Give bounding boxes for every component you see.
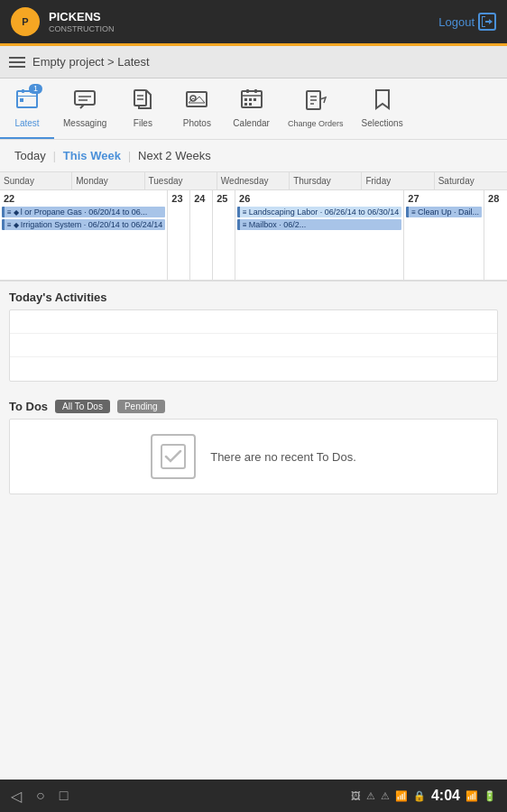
tab-messaging-label: Messaging <box>63 118 106 128</box>
svg-rect-3 <box>17 96 37 97</box>
cal-date-22: 22 <box>2 192 165 205</box>
cal-date-26: 26 <box>237 192 401 205</box>
breadcrumb-bar: Empty project > Latest <box>0 46 507 78</box>
cal-header-mon: Monday <box>72 172 144 189</box>
company-sub: CONSTRUCTION <box>49 24 115 33</box>
logout-button[interactable]: Logout <box>438 13 496 31</box>
activity-row <box>10 310 497 334</box>
period-this-week[interactable]: This Week <box>58 147 126 164</box>
menu-icon[interactable] <box>9 57 25 68</box>
svg-rect-21 <box>249 103 252 106</box>
logout-icon <box>478 13 496 31</box>
cal-cell-tue[interactable]: 24 <box>190 190 213 281</box>
cal-header-thu: Thursday <box>290 172 362 189</box>
change-orders-icon <box>304 88 327 115</box>
cal-event-mailbox[interactable]: ≡ Mailbox · 06/2... <box>237 219 401 230</box>
filter-pending[interactable]: Pending <box>117 400 165 413</box>
period-next-2-weeks[interactable]: Next 2 Weeks <box>133 147 217 164</box>
cal-cell-wed[interactable]: 25 <box>213 190 235 281</box>
company-name: PICKENS <box>49 10 115 24</box>
main-content: Today | This Week | Next 2 Weeks Sunday … <box>0 140 507 780</box>
nav-back[interactable]: ◁ <box>11 788 22 805</box>
tab-photos[interactable]: Photos <box>170 78 224 139</box>
warning-icon-1: ⚠ <box>366 790 375 802</box>
todos-header: To Dos All To Dos Pending <box>9 400 498 413</box>
svg-rect-18 <box>249 98 252 101</box>
lock-icon: 🔒 <box>413 790 426 802</box>
logo: P <box>11 7 40 36</box>
selections-icon <box>371 88 394 115</box>
todos-title: To Dos <box>9 400 48 413</box>
period-filter: Today | This Week | Next 2 Weeks <box>0 140 507 172</box>
tab-photos-label: Photos <box>183 118 211 128</box>
cal-cell-mon[interactable]: 23 <box>168 190 190 281</box>
wifi-icon: 📶 <box>466 790 478 802</box>
cal-date-28: 28 <box>486 192 505 205</box>
cal-date-23: 23 <box>170 192 188 205</box>
logo-initial: P <box>22 16 28 27</box>
svg-rect-8 <box>134 90 146 106</box>
calendar-body: 22 ≡ ◆ l or Propane Gas · 06/20/14 to 06… <box>0 190 507 281</box>
calendar-section: Sunday Monday Tuesday Wednesday Thursday… <box>0 172 507 281</box>
activities-title: Today's Activities <box>9 291 498 304</box>
svg-rect-5 <box>75 91 95 105</box>
cal-event-cleanup[interactable]: ≡ Clean Up · Dail... <box>406 207 482 217</box>
svg-rect-14 <box>246 89 249 93</box>
cal-date-25: 25 <box>215 192 233 205</box>
todos-section: To Dos All To Dos Pending There are no r… <box>0 391 507 503</box>
latest-icon: 1 <box>15 88 39 115</box>
todos-empty-text: There are no recent To Dos. <box>210 450 356 464</box>
period-today[interactable]: Today <box>9 147 51 164</box>
warning-icon-2: ⚠ <box>381 790 390 802</box>
tab-files[interactable]: Files <box>115 78 170 139</box>
company-info: PICKENS CONSTRUCTION <box>49 10 115 33</box>
svg-rect-4 <box>20 98 23 102</box>
activities-box <box>9 309 498 382</box>
svg-rect-17 <box>244 98 247 101</box>
clock: 4:04 <box>431 788 460 804</box>
tab-calendar[interactable]: Calendar <box>224 78 279 139</box>
tab-calendar-label: Calendar <box>233 118 270 128</box>
tab-change-orders-label: Change Orders <box>288 119 344 128</box>
nav-tabs: 1 Latest Messaging Files <box>0 78 507 140</box>
tab-selections-label: Selections <box>362 118 403 128</box>
screen-icon: 🖼 <box>351 790 361 801</box>
cal-date-24: 24 <box>192 192 210 205</box>
top-bar: P PICKENS CONSTRUCTION Logout <box>0 0 507 43</box>
cal-cell-sun[interactable]: 22 ≡ ◆ l or Propane Gas · 06/20/14 to 06… <box>0 190 168 281</box>
tab-messaging[interactable]: Messaging <box>54 78 115 139</box>
calendar-icon <box>240 88 263 115</box>
activities-section: Today's Activities <box>0 281 507 391</box>
svg-rect-20 <box>244 103 247 106</box>
cal-date-27: 27 <box>406 192 482 205</box>
cal-cell-thu[interactable]: 26 ≡ Landscaping Labor · 06/26/14 to 06/… <box>235 190 404 281</box>
cal-header-sat: Saturday <box>435 172 507 189</box>
todo-check-icon <box>151 434 196 479</box>
cal-event-irrigation[interactable]: ≡ ◆ Irrigation System · 06/20/14 to 06/2… <box>2 219 165 230</box>
cal-cell-fri[interactable]: 27 ≡ Clean Up · Dail... <box>404 190 484 281</box>
cal-header-wed: Wednesday <box>217 172 290 189</box>
cal-event-propane[interactable]: ≡ ◆ l or Propane Gas · 06/20/14 to 06... <box>2 207 165 217</box>
status-icons: 🖼 ⚠ ⚠ 📶 🔒 4:04 📶 🔋 <box>351 788 496 804</box>
cal-header-fri: Friday <box>362 172 434 189</box>
signal-icon: 📶 <box>395 790 408 802</box>
calendar-header: Sunday Monday Tuesday Wednesday Thursday… <box>0 172 507 190</box>
activity-row <box>10 334 497 357</box>
files-icon <box>131 88 154 115</box>
tab-selections[interactable]: Selections <box>353 78 412 139</box>
svg-rect-19 <box>254 98 256 101</box>
nav-home[interactable]: ○ <box>36 788 45 805</box>
tab-latest-label: Latest <box>14 118 39 128</box>
battery-icon: 🔋 <box>484 790 496 802</box>
tab-latest[interactable]: 1 Latest <box>0 78 54 139</box>
nav-recent[interactable]: □ <box>60 788 69 805</box>
filter-all-todos[interactable]: All To Dos <box>55 400 110 413</box>
tab-change-orders[interactable]: Change Orders <box>279 78 353 139</box>
cal-cell-sat[interactable]: 28 <box>484 190 507 281</box>
svg-rect-15 <box>254 89 257 93</box>
cal-event-landscaping[interactable]: ≡ Landscaping Labor · 06/26/14 to 06/30/… <box>237 207 401 217</box>
tab-files-label: Files <box>134 118 152 128</box>
cal-header-sun: Sunday <box>0 172 72 189</box>
nav-controls: ◁ ○ □ <box>11 788 68 805</box>
breadcrumb: Empty project > Latest <box>32 55 150 69</box>
